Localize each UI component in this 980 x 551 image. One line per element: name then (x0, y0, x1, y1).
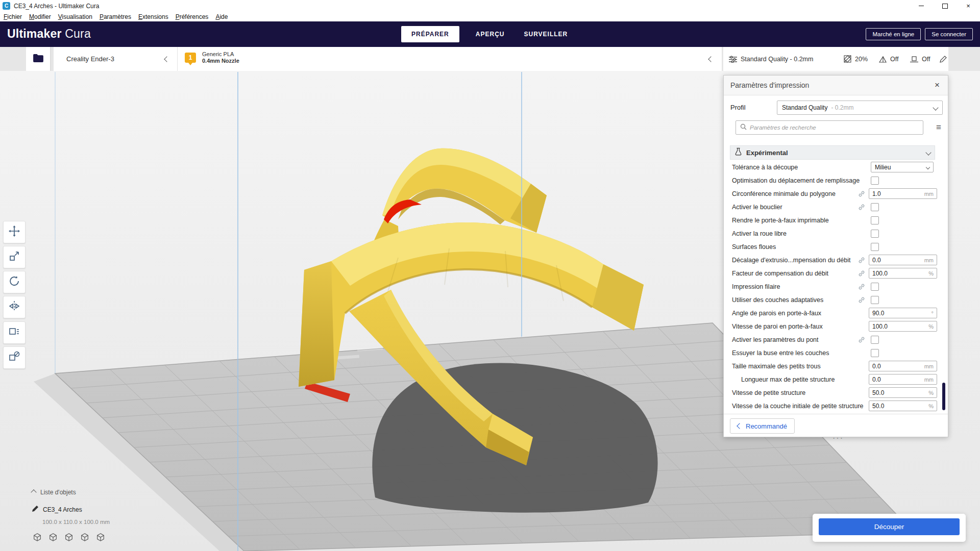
model-cube-icon-1[interactable] (47, 532, 59, 543)
setting-input[interactable]: 90.0° (869, 308, 937, 318)
setting-checkbox[interactable] (871, 230, 879, 238)
settings-menu-icon[interactable]: ≡ (936, 122, 941, 133)
menu-item-4[interactable]: Extensions (135, 13, 172, 20)
support-blocker-tool[interactable] (3, 346, 26, 369)
setting-label: Activer la roue libre (732, 230, 787, 237)
setting-label: Angle de parois en porte-à-faux (732, 310, 821, 317)
maximize-button[interactable] (933, 0, 957, 12)
per-model-settings-tool[interactable] (3, 321, 26, 344)
model-cube-icon-4[interactable] (95, 532, 106, 543)
setting-checkbox[interactable] (871, 216, 879, 224)
slice-button[interactable]: Découper (819, 518, 960, 535)
setting-input[interactable]: 100.0% (869, 268, 937, 279)
per-model-settings-icon (8, 325, 20, 340)
menu-item-6[interactable]: Aide (212, 13, 231, 20)
setting-checkbox[interactable] (871, 177, 879, 185)
setting-input[interactable]: 0.0mm (869, 374, 937, 385)
support-blocker-icon (8, 350, 20, 365)
support-icon (879, 56, 887, 63)
machine-material-card: Creality Ender-3 1 Generic PLA 0.4mm Noz… (54, 47, 722, 71)
infill-icon (844, 55, 851, 63)
edit-pencil-icon[interactable] (940, 56, 947, 63)
link-icon (858, 257, 865, 264)
menu-bar: FichierModifierVisualisationParamètresEx… (0, 12, 980, 22)
object-list-label: Liste d'objets (40, 489, 76, 496)
setting-checkbox[interactable] (871, 336, 879, 344)
object-list-toggle[interactable]: Liste d'objets (32, 489, 76, 496)
beaker-icon (734, 147, 742, 158)
selected-object[interactable]: CE3_4 Arches (32, 505, 82, 514)
setting-checkbox[interactable] (871, 349, 879, 357)
model-cube-icon-0[interactable] (32, 532, 43, 543)
print-settings-summary[interactable]: Standard Quality - 0.2mm 20% Off Off (723, 47, 948, 71)
minimize-icon (919, 6, 924, 6)
setting-select[interactable]: Milieu (871, 162, 934, 172)
menu-item-1[interactable]: Modifier (26, 13, 55, 20)
setting-checkbox[interactable] (871, 296, 879, 304)
mirror-icon (8, 300, 20, 314)
close-button[interactable]: × (957, 0, 980, 12)
material-collapse-icon[interactable] (708, 56, 714, 62)
printer-collapse-icon[interactable] (164, 56, 169, 62)
chevron-up-icon (31, 489, 36, 495)
setting-input[interactable]: 50.0% (869, 387, 937, 398)
object-type-icons (32, 532, 106, 543)
sign-in-button[interactable]: Se connecter (925, 28, 973, 40)
search-row: Paramètres de recherche ≡ (724, 120, 948, 135)
scale-tool[interactable] (3, 246, 26, 268)
printer-selector[interactable]: Creality Ender-3 (66, 47, 114, 71)
model-cube-icon-3[interactable] (79, 532, 90, 543)
mirror-tool[interactable] (3, 296, 26, 318)
material-selector[interactable]: Generic PLA 0.4mm Nozzle (202, 51, 239, 64)
marketplace-button[interactable]: Marché en ligne (866, 28, 921, 40)
recommended-label: Recommandé (746, 422, 787, 430)
setting-checkbox[interactable] (871, 283, 879, 291)
section-experimental[interactable]: Expérimental (730, 145, 935, 160)
rotate-tool[interactable] (3, 271, 26, 293)
setting-checkbox[interactable] (871, 203, 879, 211)
tab-2[interactable]: SURVEILLER (521, 31, 571, 38)
divider (177, 47, 178, 71)
setting-input[interactable]: 0.0mm (869, 255, 937, 265)
panel-close-button[interactable]: × (932, 80, 943, 90)
setting-row: Vitesse de paroi en porte-à-faux100.0% (724, 320, 948, 333)
extruder-badge[interactable]: 1 (185, 53, 196, 63)
tab-0[interactable]: PRÉPARER (401, 26, 459, 42)
open-file-button[interactable] (26, 47, 50, 71)
menu-item-0[interactable]: Fichier (0, 13, 26, 20)
recommended-mode-button[interactable]: Recommandé (730, 418, 795, 434)
setting-input[interactable]: 100.0% (869, 321, 937, 332)
menu-item-5[interactable]: Préférences (172, 13, 212, 20)
minimize-button[interactable] (910, 0, 933, 12)
setting-label: Activer les paramètres du pont (732, 336, 819, 343)
setting-input[interactable]: 50.0% (869, 400, 937, 411)
model-cube-icon-2[interactable] (63, 532, 75, 543)
search-icon (740, 123, 747, 132)
profile-dropdown[interactable]: Standard Quality - 0.2mm (777, 101, 943, 115)
profile-label: Profil (730, 104, 746, 111)
setting-row: Décalage d'extrusio...mpensation du débi… (724, 254, 948, 267)
setting-input[interactable]: 1.0mm (869, 188, 937, 199)
tab-1[interactable]: APERÇU (473, 31, 508, 38)
setting-row: Rendre le porte-à-faux imprimable (724, 214, 948, 227)
setting-checkbox[interactable] (871, 243, 879, 251)
setting-input[interactable]: 0.0mm (869, 361, 937, 371)
setting-label: Activer le bouclier (732, 204, 782, 211)
settings-search-input[interactable]: Paramètres de recherche (736, 120, 923, 135)
menu-item-2[interactable]: Visualisation (55, 13, 96, 20)
brand-logo: Ultimaker Cura (7, 27, 91, 41)
setting-label: Essuyer la buse entre les couches (732, 349, 829, 357)
link-icon (858, 283, 865, 290)
infill-value: 20% (855, 56, 868, 63)
setting-row: Activer les paramètres du pont (724, 333, 948, 346)
panel-scrollbar-thumb[interactable] (942, 383, 945, 410)
scale-icon (8, 250, 20, 264)
link-icon (858, 336, 865, 343)
setting-label: Longueur max de petite structure (741, 376, 835, 383)
move-icon (8, 225, 20, 239)
move-tool[interactable] (3, 221, 26, 243)
config-bar: Creality Ender-3 1 Generic PLA 0.4mm Noz… (0, 47, 980, 71)
setting-row: Vitesse de petite structure50.0% (724, 386, 948, 399)
settings-rows: Tolérance à la découpeMilieuOptimisation… (724, 161, 948, 413)
menu-item-3[interactable]: Paramètres (96, 13, 135, 20)
